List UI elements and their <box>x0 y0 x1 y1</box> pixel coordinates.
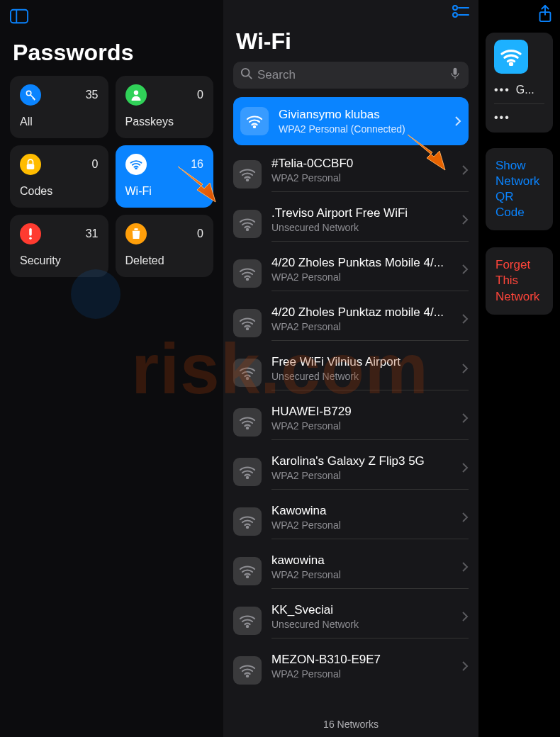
chevron-right-icon <box>461 313 469 325</box>
chevron-right-icon <box>461 164 469 176</box>
main-title: Wi-Fi <box>236 28 478 55</box>
list-footer: 16 Networks <box>223 709 478 737</box>
svg-point-9 <box>453 6 457 10</box>
wifi-icon <box>233 557 262 585</box>
chevron-right-icon <box>461 462 469 473</box>
category-label: Deleted <box>125 254 204 267</box>
network-row[interactable]: Giviansymo klubasWPA2 Personal (Connecte… <box>233 97 469 145</box>
category-count: 16 <box>191 158 203 171</box>
network-row[interactable]: KK_SveciaiUnsecured Network <box>233 596 469 646</box>
network-row[interactable]: KawowinaWPA2 Personal <box>233 497 469 546</box>
svg-point-11 <box>453 13 457 17</box>
filter-icon[interactable] <box>452 4 470 21</box>
svg-rect-15 <box>454 68 457 75</box>
network-subtitle: WPA2 Personal <box>271 470 457 481</box>
category-label: Codes <box>20 185 99 198</box>
svg-rect-0 <box>11 10 28 23</box>
chevron-right-icon <box>461 512 469 523</box>
detail-network-name: G... <box>516 84 534 96</box>
chevron-right-icon <box>461 214 469 225</box>
svg-point-28 <box>247 675 248 676</box>
svg-point-19 <box>247 229 248 230</box>
chevron-right-icon <box>461 660 469 672</box>
svg-point-27 <box>247 626 248 627</box>
detail-password-row[interactable]: ••• <box>494 103 544 124</box>
main-column: Wi-Fi Giviansymo klubasWPA2 Personal (Co… <box>223 0 478 737</box>
sidebar-item-wifi[interactable]: 16Wi-Fi <box>116 145 214 208</box>
wifi-icon <box>233 656 262 685</box>
svg-point-17 <box>254 126 255 128</box>
network-subtitle: WPA2 Personal <box>271 569 457 580</box>
sidebar-item-deleted[interactable]: 0Deleted <box>116 215 214 277</box>
network-name: KK_Sveciai <box>271 603 457 617</box>
chevron-right-icon <box>461 611 469 622</box>
network-subtitle: WPA2 Personal <box>271 271 457 283</box>
sidebar-toggle-icon[interactable] <box>10 9 28 27</box>
network-name: 4/20 Zholes Punktas Mobile 4/... <box>271 256 457 270</box>
lock-icon <box>20 154 41 175</box>
sidebar: Passwords 35All0Passkeys0Codes16Wi-Fi31S… <box>0 0 223 737</box>
show-qr-button[interactable]: Show Network QR Code <box>486 148 553 230</box>
wifi-icon <box>125 154 147 175</box>
search-field[interactable] <box>233 62 469 89</box>
svg-line-14 <box>249 76 252 79</box>
category-label: All <box>20 116 99 128</box>
network-subtitle: WPA2 Personal <box>271 172 457 184</box>
svg-point-24 <box>247 477 248 478</box>
wifi-icon <box>233 607 262 635</box>
network-subtitle: Unsecured Network <box>271 371 457 382</box>
search-input[interactable] <box>257 68 444 82</box>
sidebar-item-codes[interactable]: 0Codes <box>10 145 108 208</box>
network-name: 4/20 Zholes Punktaz mobile 4/... <box>271 305 457 320</box>
wifi-icon <box>233 210 262 238</box>
network-name: Giviansymo klubas <box>279 108 450 122</box>
svg-point-21 <box>247 328 248 330</box>
category-count: 0 <box>197 89 203 101</box>
sidebar-item-all[interactable]: 35All <box>10 76 108 138</box>
chevron-right-icon <box>461 264 469 275</box>
svg-point-22 <box>247 378 248 379</box>
wifi-icon <box>233 408 262 437</box>
share-icon[interactable] <box>537 4 553 26</box>
svg-point-3 <box>133 91 138 95</box>
network-row[interactable]: 4/20 Zholes Punktas Mobile 4/...WPA2 Per… <box>233 249 469 298</box>
wifi-icon <box>233 458 262 486</box>
person-icon <box>125 84 147 106</box>
category-count: 0 <box>197 227 203 240</box>
network-row[interactable]: .Treviso Airport Free WiFiUnsecured Netw… <box>233 199 469 249</box>
network-row[interactable]: Free WiFi Vilnius AirportUnsecured Netwo… <box>233 348 469 398</box>
network-subtitle: WPA2 Personal <box>271 321 457 332</box>
forget-network-button[interactable]: Forget This Network <box>486 247 553 314</box>
network-name: kawowina <box>271 553 457 568</box>
network-subtitle: WPA2 Personal (Connected) <box>279 123 450 135</box>
network-name: HUAWEI-B729 <box>271 405 457 419</box>
network-row[interactable]: MEZON-B310-E9E7WPA2 Personal <box>233 646 469 694</box>
network-row[interactable]: kawowinaWPA2 Personal <box>233 546 469 596</box>
detail-info-card: ••• G... ••• <box>486 33 553 133</box>
network-name: Kawowina <box>271 504 457 518</box>
network-row[interactable]: HUAWEI-B729WPA2 Personal <box>233 398 469 447</box>
mic-icon[interactable] <box>449 67 461 83</box>
sidebar-item-security[interactable]: 31Security <box>10 215 108 277</box>
svg-point-26 <box>247 576 248 578</box>
chevron-right-icon <box>461 412 469 424</box>
detail-network-name-row[interactable]: ••• G... <box>494 84 544 96</box>
alert-icon <box>20 223 41 244</box>
category-count: 35 <box>86 89 99 101</box>
search-icon <box>240 67 253 83</box>
network-row[interactable]: #Telia-0CCBF0WPA2 Personal <box>233 150 469 199</box>
wifi-icon <box>233 160 262 189</box>
network-name: #Telia-0CCBF0 <box>271 157 457 171</box>
wifi-icon <box>240 107 269 135</box>
network-subtitle: WPA2 Personal <box>271 420 457 432</box>
network-row[interactable]: Karolina's Galaxy Z Flip3 5GWPA2 Persona… <box>233 447 469 497</box>
sidebar-item-passkeys[interactable]: 0Passkeys <box>116 76 214 138</box>
wifi-icon <box>233 309 262 337</box>
svg-rect-6 <box>29 228 32 236</box>
dots-icon: ••• <box>494 111 510 124</box>
sidebar-title: Passwords <box>13 40 213 66</box>
network-row[interactable]: 4/20 Zholes Punktaz mobile 4/...WPA2 Per… <box>233 298 469 348</box>
network-name: Free WiFi Vilnius Airport <box>271 355 457 369</box>
wifi-icon <box>233 259 262 288</box>
svg-point-20 <box>247 279 248 280</box>
